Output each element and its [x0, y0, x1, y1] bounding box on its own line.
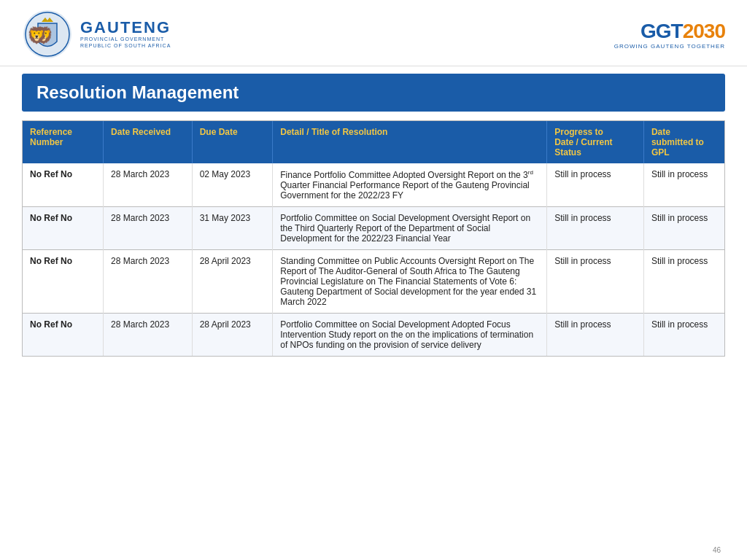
table: ReferenceNumber Date Received Due Date D… — [23, 121, 724, 356]
col-header-ref: ReferenceNumber — [23, 121, 104, 163]
header: 🦁 🦁 GAUTENG PROVINCIAL GOVERNMENT REPUBL… — [0, 0, 747, 66]
ggt-sub: GROWING GAUTENG TOGETHER — [614, 43, 725, 50]
cell-detail: Standing Committee on Public Accounts Ov… — [273, 250, 547, 314]
svg-text:🦁: 🦁 — [26, 26, 47, 45]
cell-ref: No Ref No — [23, 207, 104, 250]
resolution-table: ReferenceNumber Date Received Due Date D… — [22, 120, 725, 357]
ggt-prefix: GGT — [640, 20, 683, 42]
ggt-year: 2030 — [683, 20, 725, 42]
gauteng-title: GAUTENG — [80, 20, 171, 36]
table-row: No Ref No28 March 202302 May 2023Finance… — [23, 163, 724, 207]
col-header-date: Date Received — [104, 121, 193, 163]
title-bar: Resolution Management — [22, 74, 725, 112]
table-row: No Ref No28 March 202328 April 2023Stand… — [23, 250, 724, 314]
cell-due-date: 02 May 2023 — [192, 163, 273, 207]
col-header-detail: Detail / Title of Resolution — [273, 121, 547, 163]
cell-date-received: 28 March 2023 — [104, 314, 193, 357]
page-number: 46 — [713, 546, 721, 554]
gauteng-sub2: REPUBLIC OF SOUTH AFRICA — [80, 42, 171, 49]
cell-ref: No Ref No — [23, 250, 104, 314]
logo-text-group: GAUTENG PROVINCIAL GOVERNMENT REPUBLIC O… — [80, 20, 171, 49]
cell-due-date: 31 May 2023 — [192, 207, 273, 250]
cell-progress: Still in process — [547, 314, 644, 357]
cell-submitted: Still in process — [643, 250, 724, 314]
cell-due-date: 28 April 2023 — [192, 314, 273, 357]
table-row: No Ref No28 March 202328 April 2023Portf… — [23, 314, 724, 357]
cell-detail: Portfolio Committee on Social Developmen… — [273, 314, 547, 357]
cell-date-received: 28 March 2023 — [104, 250, 193, 314]
gauteng-crest-icon: 🦁 🦁 — [22, 9, 73, 60]
table-header-row: ReferenceNumber Date Received Due Date D… — [23, 121, 724, 163]
cell-submitted: Still in process — [643, 207, 724, 250]
page-title: Resolution Management — [36, 82, 711, 103]
cell-date-received: 28 March 2023 — [104, 207, 193, 250]
cell-progress: Still in process — [547, 207, 644, 250]
cell-ref: No Ref No — [23, 163, 104, 207]
col-header-due: Due Date — [192, 121, 273, 163]
cell-progress: Still in process — [547, 250, 644, 314]
logo-left: 🦁 🦁 GAUTENG PROVINCIAL GOVERNMENT REPUBL… — [22, 9, 171, 60]
cell-detail: Finance Portfolio Committee Adopted Over… — [273, 163, 547, 207]
cell-date-received: 28 March 2023 — [104, 163, 193, 207]
page: 🦁 🦁 GAUTENG PROVINCIAL GOVERNMENT REPUBL… — [0, 0, 747, 560]
cell-detail: Portfolio Committee on Social Developmen… — [273, 207, 547, 250]
col-header-progress: Progress toDate / CurrentStatus — [547, 121, 644, 163]
cell-ref: No Ref No — [23, 314, 104, 357]
logo-right: GGT2030 GROWING GAUTENG TOGETHER — [614, 20, 725, 50]
cell-due-date: 28 April 2023 — [192, 250, 273, 314]
cell-submitted: Still in process — [643, 314, 724, 357]
col-header-submitted: Datesubmitted toGPL — [643, 121, 724, 163]
table-row: No Ref No28 March 202331 May 2023Portfol… — [23, 207, 724, 250]
cell-progress: Still in process — [547, 163, 644, 207]
cell-submitted: Still in process — [643, 163, 724, 207]
gauteng-sub1: PROVINCIAL GOVERNMENT — [80, 36, 171, 42]
ggt-logo: GGT2030 — [614, 20, 725, 43]
